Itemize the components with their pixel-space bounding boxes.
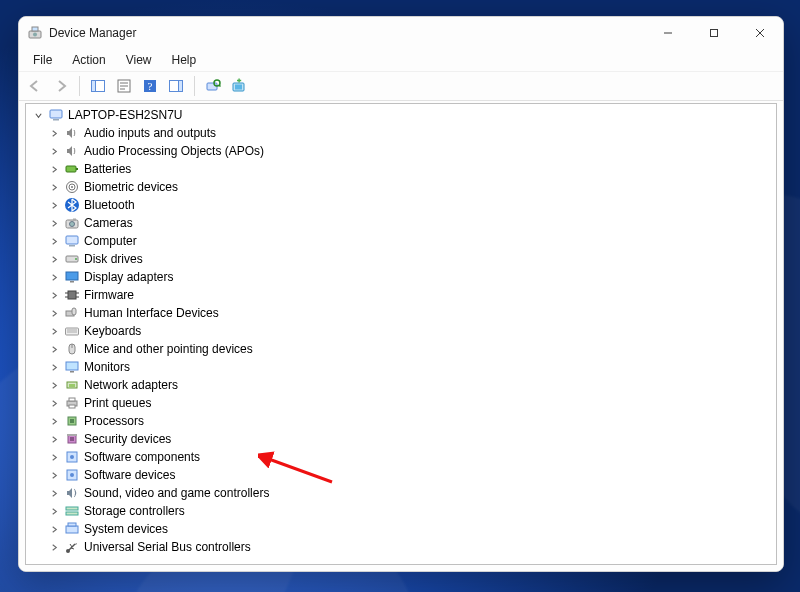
chevron-right-icon[interactable] <box>48 505 60 517</box>
tree-category-label: Disk drives <box>84 252 143 266</box>
tree-category-node[interactable]: Sound, video and game controllers <box>46 484 776 502</box>
chevron-right-icon[interactable] <box>48 451 60 463</box>
tree-category-node[interactable]: Audio inputs and outputs <box>46 124 776 142</box>
monitor-icon <box>64 359 80 375</box>
svg-point-64 <box>70 455 74 459</box>
chevron-right-icon[interactable] <box>48 325 60 337</box>
printer-icon <box>64 395 80 411</box>
chevron-right-icon[interactable] <box>48 433 60 445</box>
app-icon <box>27 25 43 41</box>
tree-category-node[interactable]: Computer <box>46 232 776 250</box>
disk-icon <box>64 251 80 267</box>
scan-hardware-button[interactable] <box>201 74 225 98</box>
tree-category-node[interactable]: Display adapters <box>46 268 776 286</box>
chevron-right-icon[interactable] <box>48 469 60 481</box>
menu-help[interactable]: Help <box>162 51 207 69</box>
svg-rect-25 <box>76 168 78 170</box>
tree-category-node[interactable]: Batteries <box>46 160 776 178</box>
tree-category-label: Mice and other pointing devices <box>84 342 253 356</box>
device-manager-window: Device Manager File Action View Help <box>18 16 784 572</box>
tree-category-label: Storage controllers <box>84 504 185 518</box>
toolbar-separator <box>79 76 80 96</box>
chevron-right-icon[interactable] <box>48 379 60 391</box>
tree-category-node[interactable]: Disk drives <box>46 250 776 268</box>
svg-point-66 <box>70 473 74 477</box>
chevron-right-icon[interactable] <box>48 199 60 211</box>
chevron-down-icon[interactable] <box>32 109 44 121</box>
add-legacy-hardware-button[interactable] <box>227 74 251 98</box>
chevron-right-icon[interactable] <box>48 523 60 535</box>
tree-category-node[interactable]: Firmware <box>46 286 776 304</box>
menu-action[interactable]: Action <box>62 51 115 69</box>
cpu-icon <box>64 413 80 429</box>
svg-rect-56 <box>69 398 75 401</box>
chevron-right-icon[interactable] <box>48 487 60 499</box>
tree-category-node[interactable]: Universal Serial Bus controllers <box>46 538 776 556</box>
svg-rect-67 <box>66 507 78 510</box>
svg-rect-61 <box>70 437 74 441</box>
close-button[interactable] <box>737 17 783 49</box>
security-icon <box>64 431 80 447</box>
chevron-right-icon[interactable] <box>48 289 60 301</box>
chevron-right-icon[interactable] <box>48 307 60 319</box>
show-hide-console-tree-button[interactable] <box>86 74 110 98</box>
chevron-right-icon[interactable] <box>48 181 60 193</box>
tree-category-node[interactable]: Monitors <box>46 358 776 376</box>
forward-button <box>49 74 73 98</box>
menu-file[interactable]: File <box>23 51 62 69</box>
tree-category-node[interactable]: Bluetooth <box>46 196 776 214</box>
chevron-right-icon[interactable] <box>48 253 60 265</box>
tree-category-node[interactable]: Software components <box>46 448 776 466</box>
chevron-right-icon[interactable] <box>48 415 60 427</box>
system-icon <box>64 521 80 537</box>
svg-rect-39 <box>68 291 76 299</box>
tree-category-label: Human Interface Devices <box>84 306 219 320</box>
chevron-right-icon[interactable] <box>48 145 60 157</box>
network-icon <box>64 377 80 393</box>
minimize-button[interactable] <box>645 17 691 49</box>
tree-category-node[interactable]: Cameras <box>46 214 776 232</box>
tree-category-node[interactable]: Print queues <box>46 394 776 412</box>
svg-rect-69 <box>66 526 78 533</box>
svg-point-28 <box>71 186 73 188</box>
tree-category-node[interactable]: System devices <box>46 520 776 538</box>
action-pane-button[interactable] <box>164 74 188 98</box>
tree-category-label: Display adapters <box>84 270 173 284</box>
menu-view[interactable]: View <box>116 51 162 69</box>
tree-category-label: Print queues <box>84 396 151 410</box>
tree-category-node[interactable]: Security devices <box>46 430 776 448</box>
tree-category-node[interactable]: Mice and other pointing devices <box>46 340 776 358</box>
tree-category-node[interactable]: Processors <box>46 412 776 430</box>
chevron-right-icon[interactable] <box>48 127 60 139</box>
tree-category-node[interactable]: Keyboards <box>46 322 776 340</box>
chevron-right-icon[interactable] <box>48 235 60 247</box>
tree-category-node[interactable]: Network adapters <box>46 376 776 394</box>
svg-rect-51 <box>66 362 78 370</box>
storage-icon <box>64 503 80 519</box>
chevron-right-icon[interactable] <box>48 217 60 229</box>
chevron-right-icon[interactable] <box>48 541 60 553</box>
svg-point-36 <box>75 258 77 260</box>
chevron-right-icon[interactable] <box>48 163 60 175</box>
svg-rect-4 <box>711 30 718 37</box>
device-tree-panel[interactable]: LAPTOP-ESH2SN7U Audio inputs and outputs… <box>25 103 777 565</box>
svg-point-2 <box>33 33 37 37</box>
tree-category-node[interactable]: Storage controllers <box>46 502 776 520</box>
chevron-right-icon[interactable] <box>48 397 60 409</box>
tree-root-node[interactable]: LAPTOP-ESH2SN7U <box>30 106 776 124</box>
software-icon <box>64 467 80 483</box>
chevron-right-icon[interactable] <box>48 271 60 283</box>
tree-category-node[interactable]: Human Interface Devices <box>46 304 776 322</box>
computer-icon <box>48 107 64 123</box>
properties-button[interactable] <box>112 74 136 98</box>
tree-category-node[interactable]: Software devices <box>46 466 776 484</box>
chevron-right-icon[interactable] <box>48 343 60 355</box>
maximize-button[interactable] <box>691 17 737 49</box>
tree-category-label: Cameras <box>84 216 133 230</box>
tree-category-node[interactable]: Audio Processing Objects (APOs) <box>46 142 776 160</box>
svg-rect-16 <box>179 81 183 92</box>
chevron-right-icon[interactable] <box>48 361 60 373</box>
help-button[interactable]: ? <box>138 74 162 98</box>
tree-category-node[interactable]: Biometric devices <box>46 178 776 196</box>
mouse-icon <box>64 341 80 357</box>
